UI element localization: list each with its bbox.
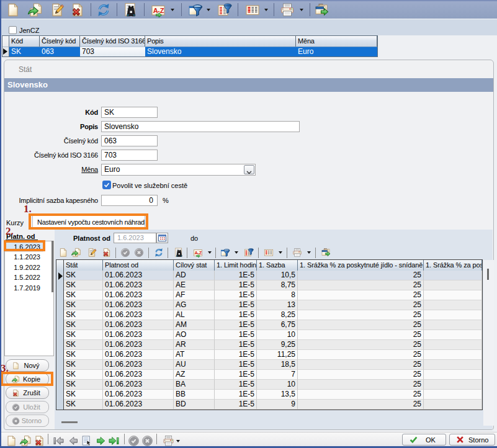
svg-text:-Z: -Z — [158, 7, 164, 14]
